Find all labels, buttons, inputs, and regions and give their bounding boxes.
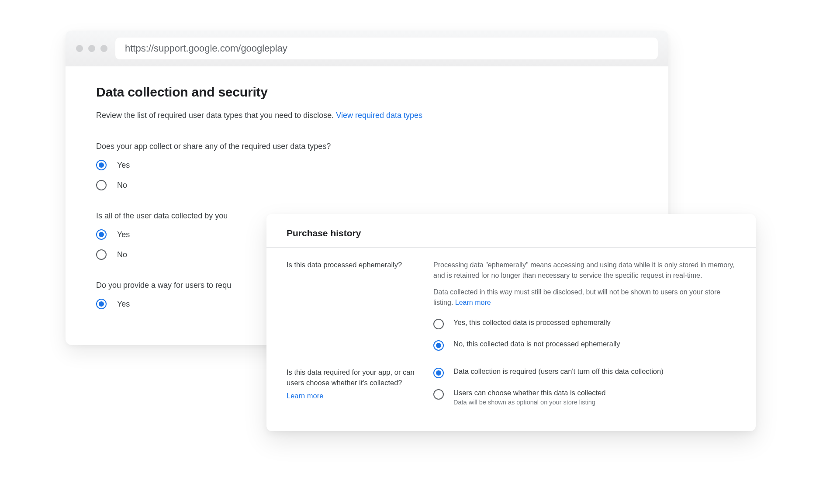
learn-more-link[interactable]: Learn more [287, 392, 323, 400]
radio-option-ephemeral-yes[interactable]: Yes, this collected data is processed ep… [433, 318, 736, 329]
radio-icon [433, 389, 444, 400]
card-title: Purchase history [287, 228, 736, 238]
card-question-text: Is this data required for your app, or c… [287, 367, 418, 388]
radio-icon [433, 368, 444, 378]
page-subtitle: Review the list of required user data ty… [96, 111, 638, 120]
radio-option-yes[interactable]: Yes [96, 160, 638, 170]
radio-label: No [117, 181, 127, 190]
question-block-collect-share: Does your app collect or share any of th… [96, 142, 638, 190]
learn-more-link[interactable]: Learn more [455, 299, 491, 306]
window-dot [100, 45, 107, 52]
radio-icon [96, 229, 107, 240]
option-label: Yes, this collected data is processed ep… [453, 318, 611, 327]
radio-label: Yes [117, 230, 130, 239]
purchase-history-card: Purchase history Is this data processed … [266, 214, 756, 431]
subtitle-text: Review the list of required user data ty… [96, 111, 334, 120]
browser-chrome: https://support.google.com/googleplay [66, 31, 668, 66]
card-section-ephemeral: Is this data processed ephemerally? Proc… [287, 260, 736, 351]
option-label: Users can choose whether this data is co… [453, 389, 606, 397]
option-sublabel: Data will be shown as optional on your s… [453, 399, 606, 406]
view-data-types-link[interactable]: View required data types [336, 111, 422, 120]
radio-label: Yes [117, 300, 130, 309]
option-label: No, this collected data is not processed… [453, 340, 620, 348]
radio-label: Yes [117, 161, 130, 170]
radio-option-required[interactable]: Data collection is required (users can't… [433, 367, 736, 378]
card-description: Data collected in this way must still be… [433, 287, 736, 308]
window-dot [88, 45, 95, 52]
card-question-left: Is this data required for your app, or c… [287, 367, 418, 406]
radio-icon [96, 299, 107, 309]
question-text: Does your app collect or share any of th… [96, 142, 638, 151]
radio-option-optional[interactable]: Users can choose whether this data is co… [433, 389, 736, 406]
radio-option-no[interactable]: No [96, 180, 638, 190]
radio-icon [96, 249, 107, 260]
card-section-required: Is this data required for your app, or c… [287, 367, 736, 406]
radio-icon [433, 340, 444, 351]
address-bar[interactable]: https://support.google.com/googleplay [115, 38, 658, 59]
card-answer-right: Processing data "ephemerally" means acce… [433, 260, 736, 351]
radio-option-ephemeral-no[interactable]: No, this collected data is not processed… [433, 340, 736, 351]
radio-icon [96, 160, 107, 170]
window-dot [76, 45, 83, 52]
card-body: Is this data processed ephemerally? Proc… [266, 248, 756, 406]
traffic-lights [76, 45, 107, 52]
address-url: https://support.google.com/googleplay [125, 43, 287, 54]
card-question-text: Is this data processed ephemerally? [287, 260, 418, 270]
radio-icon [433, 319, 444, 329]
card-header: Purchase history [266, 214, 756, 248]
card-answer-right: Data collection is required (users can't… [433, 367, 736, 406]
card-question-left: Is this data processed ephemerally? [287, 260, 418, 351]
option-label: Data collection is required (users can't… [453, 367, 664, 376]
page-title: Data collection and security [96, 85, 638, 100]
radio-label: No [117, 250, 127, 259]
card-description: Processing data "ephemerally" means acce… [433, 260, 736, 281]
radio-icon [96, 180, 107, 190]
